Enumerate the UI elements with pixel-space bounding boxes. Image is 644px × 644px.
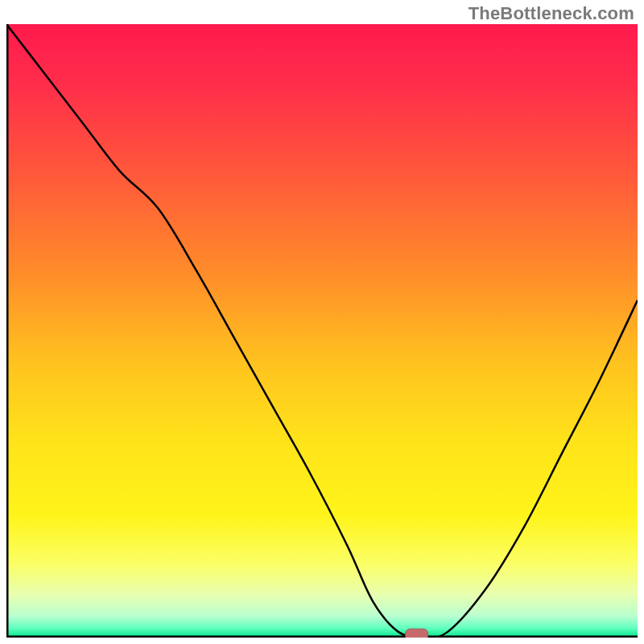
gradient-background <box>6 24 638 638</box>
chart-svg <box>6 24 638 638</box>
chart-container: TheBottleneck.com <box>0 0 644 644</box>
watermark-text: TheBottleneck.com <box>469 3 634 24</box>
plot-area <box>6 24 638 638</box>
optimal-marker <box>406 629 428 638</box>
